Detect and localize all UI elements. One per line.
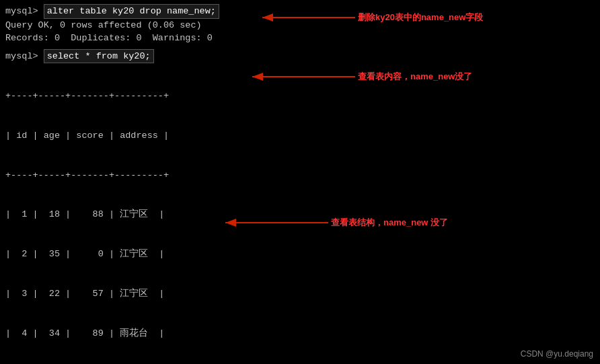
select-table: +----+-----+-------+---------+ | id | ag… <box>5 63 595 364</box>
tbl-row-1: | 1 | 18 | 88 | 江宁区 | <box>5 208 595 221</box>
mysql-prompt-1: mysql> <box>5 5 44 18</box>
command-2: select * from ky20; <box>44 49 154 64</box>
output-line-1-1: Query OK, 0 rows affected (0.06 sec) <box>5 19 595 32</box>
tbl-row-4: | 4 | 34 | 89 | 雨花台 | <box>5 327 595 340</box>
tbl-row-2: | 2 | 35 | 0 | 江宁区 | <box>5 248 595 261</box>
tbl-border-mid: +----+-----+-------+---------+ <box>5 169 595 182</box>
output-line-1-2: Records: 0 Duplicates: 0 Warnings: 0 <box>5 32 595 45</box>
prompt-line-1: mysql> alter table ky20 drop name_new; <box>5 4 595 19</box>
mysql-prompt-2: mysql> <box>5 50 44 63</box>
watermark: CSDN @yu.deqiang <box>521 349 593 359</box>
terminal-window: mysql> alter table ky20 drop name_new; Q… <box>0 0 600 364</box>
prompt-line-2: mysql> select * from ky20; <box>5 49 595 64</box>
tbl-border-top: +----+-----+-------+---------+ <box>5 89 595 103</box>
tbl-col-header: | id | age | score | address | <box>5 129 595 143</box>
tbl-row-3: | 3 | 22 | 57 | 江宁区 | <box>5 287 595 301</box>
command-1: alter table ky20 drop name_new; <box>44 4 219 19</box>
block-select: mysql> select * from ky20; +----+-----+-… <box>5 49 595 364</box>
block-alter-table: mysql> alter table ky20 drop name_new; Q… <box>5 4 595 45</box>
